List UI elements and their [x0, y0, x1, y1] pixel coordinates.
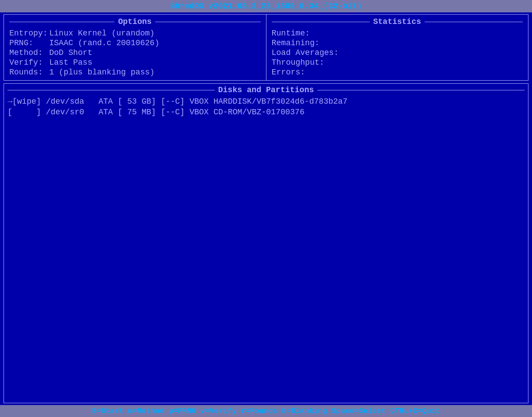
method-row: Method: DoD Short [9, 48, 261, 57]
rounds-row: Rounds: 1 (plus blanking pass) [9, 68, 261, 77]
bottom-bar: S=Start m=Method p=PRNG v=Verify r=Round… [0, 405, 532, 417]
options-title-row: Options [9, 17, 261, 26]
throughput-row: Throughput: [272, 58, 523, 67]
disks-title-row: Disks and Partitions [8, 86, 524, 94]
verify-label: Verify: [9, 58, 49, 67]
disks-list: →[wipe] /dev/sda ATA [ 53 GB] [--C] VBOX… [8, 97, 524, 117]
statistics-title: Statistics [370, 17, 425, 26]
stats-title-line-left [272, 22, 370, 22]
entropy-label: Entropy: [9, 29, 49, 38]
verify-value: Last Pass [49, 58, 92, 67]
prng-label: PRNG: [9, 39, 49, 47]
verify-row: Verify: Last Pass [9, 58, 261, 67]
method-label: Method: [9, 48, 49, 57]
disks-title-line-right [317, 90, 524, 90]
app-title: ShredOS v2021.08.2_23_i586_0.34_(32-bit) [170, 2, 362, 11]
options-title-line-right [155, 22, 260, 22]
remaining-label: Remaining: [272, 39, 320, 47]
statistics-panel: Statistics Runtime: Remaining: Load Aver… [266, 15, 528, 80]
disks-panel: Disks and Partitions →[wipe] /dev/sda AT… [4, 83, 528, 403]
disk-entry[interactable]: →[wipe] /dev/sda ATA [ 53 GB] [--C] VBOX… [8, 97, 524, 106]
options-title: Options [114, 17, 155, 26]
bottom-bar-text: S=Start m=Method p=PRNG v=Verify r=Round… [92, 407, 440, 415]
disks-title: Disks and Partitions [215, 86, 317, 94]
remaining-row: Remaining: [272, 39, 523, 47]
statistics-title-row: Statistics [272, 17, 523, 26]
errors-row: Errors: [272, 68, 523, 77]
disk-entry[interactable]: [ ] /dev/sr0 ATA [ 75 MB] [--C] VBOX CD-… [8, 108, 524, 117]
rounds-label: Rounds: [9, 68, 49, 77]
title-bar: ShredOS v2021.08.2_23_i586_0.34_(32-bit) [0, 0, 532, 12]
errors-label: Errors: [272, 68, 312, 77]
entropy-row: Entropy: Linux Kernel (urandom) [9, 29, 261, 38]
stats-title-line-right [425, 22, 523, 22]
rounds-value: 1 (plus blanking pass) [49, 68, 155, 77]
prng-value: ISAAC (rand.c 20010626) [49, 39, 159, 47]
load-avg-row: Load Averages: [272, 48, 523, 57]
entropy-value: Linux Kernel (urandom) [49, 29, 155, 38]
options-panel: Options Entropy: Linux Kernel (urandom) … [4, 15, 266, 80]
top-panels: Options Entropy: Linux Kernel (urandom) … [4, 14, 528, 81]
runtime-label: Runtime: [272, 29, 312, 38]
runtime-row: Runtime: [272, 29, 523, 38]
throughput-label: Throughput: [272, 58, 325, 67]
method-value: DoD Short [49, 48, 92, 57]
options-title-line-left [9, 22, 114, 22]
load-avg-label: Load Averages: [272, 48, 339, 57]
prng-row: PRNG: ISAAC (rand.c 20010626) [9, 39, 261, 47]
disks-title-line-left [8, 90, 215, 90]
